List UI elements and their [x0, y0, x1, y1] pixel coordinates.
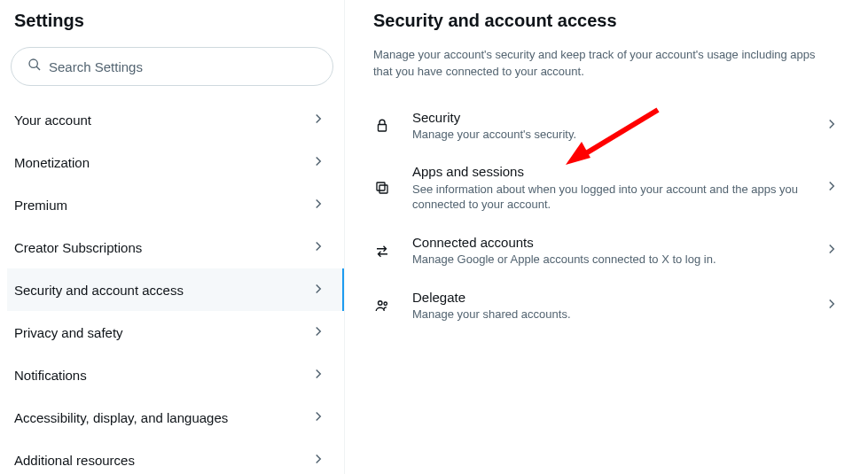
- chevron-right-icon: [310, 323, 326, 342]
- svg-point-0: [29, 59, 37, 67]
- row-desc: Manage your shared accounts.: [412, 307, 802, 322]
- sidebar-item-monetization[interactable]: Monetization: [7, 141, 337, 183]
- svg-point-5: [379, 300, 383, 305]
- sidebar-item-notifications[interactable]: Notifications: [7, 354, 337, 396]
- apps-icon: [373, 179, 391, 197]
- delegate-row[interactable]: Delegate Manage your shared accounts.: [373, 278, 852, 333]
- chevron-right-icon: [824, 178, 840, 198]
- chevron-right-icon: [310, 111, 326, 129]
- sidebar-item-label: Premium: [14, 198, 67, 213]
- page-subtitle: Manage your account's security and keep …: [373, 47, 834, 98]
- row-desc: Manage Google or Apple accounts connecte…: [412, 252, 802, 268]
- sidebar-item-privacy-and-safety[interactable]: Privacy and safety: [7, 311, 337, 354]
- row-title: Security: [412, 109, 802, 127]
- page-title: Security and account access: [373, 7, 852, 47]
- chevron-right-icon: [824, 241, 840, 260]
- sidebar-item-additional-resources[interactable]: Additional resources: [7, 439, 337, 474]
- sidebar-title: Settings: [7, 7, 337, 47]
- chevron-right-icon: [310, 451, 326, 470]
- sidebar-item-label: Notifications: [14, 368, 87, 383]
- chevron-right-icon: [310, 408, 326, 427]
- svg-rect-2: [379, 124, 387, 131]
- sidebar-item-label: Accessibility, display, and languages: [14, 410, 228, 425]
- lock-icon: [373, 117, 391, 135]
- sidebar-item-your-account[interactable]: Your account: [7, 98, 337, 141]
- chevron-right-icon: [310, 281, 326, 299]
- chevron-right-icon: [824, 296, 840, 315]
- sidebar-item-label: Additional resources: [14, 453, 135, 468]
- people-icon: [373, 297, 391, 315]
- sidebar-item-label: Creator Subscriptions: [14, 240, 142, 255]
- chevron-right-icon: [310, 238, 326, 257]
- apps-and-sessions-row[interactable]: Apps and sessions See information about …: [373, 152, 852, 222]
- settings-sidebar: Settings Your account Monetization Premi…: [0, 0, 345, 474]
- connected-accounts-row[interactable]: Connected accounts Manage Google or Appl…: [373, 223, 852, 278]
- sidebar-item-security-and-account-access[interactable]: Security and account access: [7, 268, 344, 311]
- search-icon: [27, 58, 42, 75]
- sidebar-item-label: Monetization: [14, 155, 90, 170]
- swap-icon: [373, 242, 391, 260]
- svg-line-1: [36, 66, 40, 70]
- search-field[interactable]: [11, 47, 333, 86]
- sidebar-item-label: Your account: [14, 113, 91, 128]
- sidebar-item-creator-subscriptions[interactable]: Creator Subscriptions: [7, 226, 337, 268]
- security-row[interactable]: Security Manage your account's security.: [373, 98, 852, 153]
- svg-rect-3: [377, 183, 385, 190]
- chevron-right-icon: [310, 153, 326, 172]
- chevron-right-icon: [824, 116, 840, 136]
- search-container: [7, 47, 337, 98]
- sidebar-item-premium[interactable]: Premium: [7, 183, 337, 226]
- chevron-right-icon: [310, 196, 326, 214]
- chevron-right-icon: [310, 366, 326, 385]
- svg-rect-4: [379, 185, 387, 193]
- row-desc: Manage your account's security.: [412, 127, 802, 143]
- row-desc: See information about when you logged in…: [412, 182, 802, 213]
- sidebar-item-label: Security and account access: [14, 283, 184, 298]
- row-title: Apps and sessions: [412, 163, 802, 181]
- sidebar-item-label: Privacy and safety: [14, 325, 123, 340]
- row-title: Delegate: [412, 289, 802, 307]
- svg-point-6: [384, 302, 387, 305]
- settings-detail: Security and account access Manage your …: [345, 0, 868, 474]
- search-input[interactable]: [49, 59, 317, 74]
- sidebar-item-accessibility[interactable]: Accessibility, display, and languages: [7, 396, 337, 439]
- row-title: Connected accounts: [412, 234, 802, 252]
